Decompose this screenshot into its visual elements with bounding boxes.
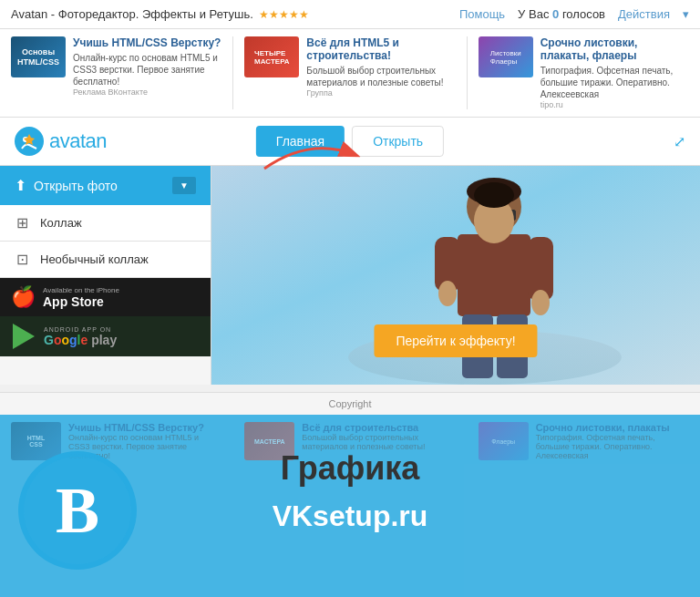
sidebar: ⬆ Открыть фото ▼ ⊞ Коллаж ⊡ Необычный ко…	[0, 166, 211, 385]
top-bar-left: Avatan - Фоторедактор. Эффекты и Ретушь.…	[11, 7, 309, 21]
effect-button[interactable]: Перейти к эффекту!	[374, 324, 537, 357]
actions-arrow[interactable]: ▾	[683, 7, 689, 21]
unusual-collage-label: Необычный коллаж	[40, 252, 149, 266]
top-bar: Avatan - Фоторедактор. Эффекты и Ретушь.…	[0, 0, 700, 29]
logo: avatan	[15, 127, 179, 156]
android-label: ANDROID APP ON	[44, 326, 117, 333]
nav-open-button[interactable]: Открыть	[352, 126, 444, 157]
play-triangle	[13, 324, 35, 349]
unusual-collage-icon: ⊡	[13, 251, 31, 268]
ad-item-3[interactable]: ЛистовкиФлаеры Срочно листовки, плакаты,…	[479, 36, 689, 109]
footer-ad-text-3: Срочно листовки, плакаты Типография. Офс…	[536, 422, 689, 460]
watermark-vksetup: VKsetup.ru	[273, 499, 428, 533]
ad-text-2: Всё для HTML5 и строительства! Большой в…	[306, 36, 455, 98]
expand-icon[interactable]: ⤢	[674, 133, 685, 150]
page-wrapper: Avatan - Фоторедактор. Эффекты и Ретушь.…	[0, 0, 700, 597]
ad-desc-2: Большой выбор строительных материалов и …	[306, 65, 455, 88]
ad-banner: ОсновыHTML/CSS Учишь HTML/CSS Верстку? О…	[0, 29, 700, 118]
votes-display: У Вас 0 голосов	[518, 7, 605, 21]
googleplay-badge[interactable]: ANDROID APP ON Google play	[0, 316, 211, 356]
hero-area: Перейти к эффекту!	[211, 166, 700, 385]
star-rating: ★★★★★	[259, 8, 309, 21]
ad-image-2: ЧЕТЫРЕМАСТЕРА	[244, 36, 299, 77]
ad-desc-3: Типография. Офсетная печать, большие тир…	[540, 65, 689, 100]
ad-divider-2	[467, 36, 468, 109]
ad-img-tools: ЧЕТЫРЕМАСТЕРА	[244, 36, 299, 77]
googleplay-name-label: Google play	[44, 333, 117, 347]
copyright-text: Copyright	[328, 398, 371, 409]
main-content: ⬆ Открыть фото ▼ ⊞ Коллаж ⊡ Необычный ко…	[0, 166, 700, 385]
appstore-text: Available on the iPhone App Store	[43, 286, 119, 309]
help-link[interactable]: Помощь	[459, 7, 505, 21]
apple-icon: 🍎	[11, 285, 36, 309]
collage-label: Коллаж	[40, 216, 82, 230]
top-bar-right: Помощь У Вас 0 голосов Действия ▾	[459, 7, 689, 21]
dropdown-arrow-icon[interactable]: ▼	[172, 177, 196, 194]
copyright-bar: Copyright	[0, 392, 700, 415]
appstore-badge[interactable]: 🍎 Available on the iPhone App Store	[0, 278, 211, 316]
ad-image-1: ОсновыHTML/CSS	[11, 36, 66, 77]
ad-divider-1	[232, 36, 233, 109]
appstore-name-label: App Store	[43, 294, 119, 309]
footer-ad-img-3: Флаеры	[479, 422, 529, 460]
ad-title-1: Учишь HTML/CSS Верстку?	[73, 36, 221, 49]
nav-main-button[interactable]: Главная	[256, 126, 345, 157]
watermark-b: B	[18, 451, 137, 570]
actions-link[interactable]: Действия	[618, 7, 670, 21]
ad-item-1[interactable]: ОсновыHTML/CSS Учишь HTML/CSS Верстку? О…	[11, 36, 221, 109]
sidebar-item-unusual-collage[interactable]: ⊡ Необычный коллаж	[0, 242, 211, 278]
ad-text-1: Учишь HTML/CSS Верстку? Онлайн-курс по о…	[73, 36, 221, 97]
svg-point-13	[438, 281, 457, 306]
ad-source-1: Реклама ВКонтакте	[73, 87, 221, 97]
watermark-grafika: Графика	[281, 449, 420, 488]
nav-buttons: Главная Открыть	[256, 126, 444, 157]
ad-source-3: tipo.ru	[540, 100, 689, 109]
ad-img-flyers: ЛистовкиФлаеры	[479, 36, 533, 77]
svg-point-17	[474, 182, 514, 208]
googleplay-text: ANDROID APP ON Google play	[44, 326, 117, 347]
page-title: Avatan - Фоторедактор. Эффекты и Ретушь.	[11, 7, 253, 21]
appstore-available-label: Available on the iPhone	[43, 286, 119, 294]
svg-point-14	[531, 290, 550, 315]
svg-rect-5	[458, 234, 530, 316]
open-photo-button[interactable]: ⬆ Открыть фото ▼	[0, 166, 211, 205]
watermark-circle: B	[18, 451, 137, 570]
ad-img-html: ОсновыHTML/CSS	[11, 36, 66, 77]
ad-item-2[interactable]: ЧЕТЫРЕМАСТЕРА Всё для HTML5 и строительс…	[244, 36, 455, 109]
ad-source-2: Группа	[306, 88, 455, 98]
app-nav: avatan Главная Открыть ⤢	[0, 118, 700, 166]
ad-image-3: ЛистовкиФлаеры	[479, 36, 533, 77]
open-photo-label: Открыть фото	[34, 179, 118, 193]
ad-desc-1: Онлайн-курс по основам HTML5 и CSS3 верс…	[73, 52, 221, 87]
logo-icon	[15, 127, 44, 156]
ad-title-2: Всё для HTML5 и строительства!	[306, 36, 455, 62]
watermark-letter: B	[56, 473, 99, 549]
upload-icon: ⬆	[15, 177, 26, 194]
sidebar-item-collage[interactable]: ⊞ Коллаж	[0, 205, 211, 242]
logo-text: avatan	[49, 129, 107, 153]
ad-text-3: Срочно листовки, плакаты, флаеры Типогра…	[540, 36, 689, 109]
footer-ad-3: Флаеры Срочно листовки, плакаты Типограф…	[479, 422, 689, 460]
ad-title-3: Срочно листовки, плакаты, флаеры	[540, 36, 689, 62]
collage-icon: ⊞	[13, 214, 31, 232]
googleplay-icon	[11, 324, 36, 349]
